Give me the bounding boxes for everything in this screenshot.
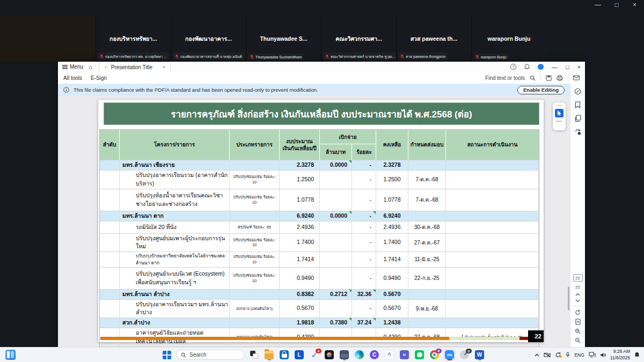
document-tab-title: Presentation Title xyxy=(111,64,152,70)
edge-button[interactable] xyxy=(354,349,365,360)
minimize-button[interactable]: — xyxy=(595,1,601,9)
sync-status-icon[interactable] xyxy=(555,352,561,358)
table-row: สวก.ลำปาง1.98180.738037.241.2438 xyxy=(100,317,539,328)
notification-bell-icon[interactable] xyxy=(634,352,640,358)
participant-tile[interactable]: waraporn Bunjuwaraporn Bunju xyxy=(471,16,546,62)
creative-app-button[interactable] xyxy=(324,349,335,360)
close-button[interactable]: × xyxy=(633,1,636,9)
notifications-bell-icon[interactable] xyxy=(524,64,530,70)
comment-icon[interactable] xyxy=(574,88,581,95)
save-icon[interactable] xyxy=(546,75,552,81)
all-tools-button[interactable]: All tools xyxy=(63,75,82,81)
teams-button[interactable]: ii xyxy=(399,349,410,360)
participant-tile[interactable] xyxy=(0,16,96,62)
quick-tools-widget[interactable]: ••• xyxy=(553,102,566,130)
search-box[interactable]: Search xyxy=(176,350,245,360)
speaker-icon[interactable] xyxy=(600,352,606,358)
menu-label[interactable]: Menu xyxy=(70,64,83,70)
widgets-icon[interactable] xyxy=(5,350,16,360)
menu-icon[interactable] xyxy=(62,65,68,69)
cell: ปรับปรุงซ่อมแซม ร้อยละ: 10 xyxy=(230,189,280,211)
export-convert-icon[interactable] xyxy=(574,128,581,135)
task-view-button[interactable] xyxy=(248,349,260,360)
more-tools-icon[interactable]: ••• xyxy=(556,120,562,122)
start-button[interactable] xyxy=(161,349,172,360)
cell xyxy=(446,290,539,299)
microphone-icon[interactable] xyxy=(566,352,570,358)
cell: ปรับปรุงซ่อมแซม ร้อยละ: 10 xyxy=(230,171,280,189)
cell: 0.5670 xyxy=(376,290,408,299)
drag-handle[interactable] xyxy=(557,105,562,106)
cell xyxy=(100,211,120,221)
participant-tile[interactable]: คณะวิศวกรรมศา...คณะวิศวกรรมศาสตร์ นายชาค… xyxy=(321,16,396,62)
print-icon[interactable] xyxy=(557,75,563,81)
chrome-button[interactable]: P xyxy=(429,349,440,360)
c-app-button[interactable]: C xyxy=(369,349,380,360)
meter-app-button[interactable]: 0 xyxy=(459,349,470,360)
cell: 2.4936 xyxy=(280,221,320,233)
enable-editing-button[interactable]: Enable Editing xyxy=(517,86,565,94)
acrobat-minimize-button[interactable]: — xyxy=(552,64,558,70)
camera-off-icon[interactable] xyxy=(544,352,551,358)
clock[interactable]: 9:26 AM 11/6/2025 xyxy=(610,349,630,360)
cell: 1.7400 xyxy=(280,234,320,252)
wallet-app-icon xyxy=(340,350,349,359)
participant-tile[interactable]: Thunyawadee S...Thunyawadee Sucharidtham xyxy=(246,16,321,62)
fit-page-icon[interactable] xyxy=(575,319,581,325)
cell xyxy=(100,189,120,211)
esign-button[interactable]: E-Sign xyxy=(91,75,107,81)
cell xyxy=(446,252,539,267)
rotate-icon[interactable] xyxy=(575,309,581,315)
word-button[interactable]: W xyxy=(474,349,485,360)
acrobat-maximize-button[interactable]: □ xyxy=(566,64,569,70)
current-page-input[interactable]: 22 xyxy=(573,274,583,282)
search-icon[interactable] xyxy=(530,75,536,81)
line-button[interactable] xyxy=(414,349,425,360)
comment-flag-icon xyxy=(349,160,352,163)
star-icon[interactable]: ☆ xyxy=(104,64,108,70)
tab-close-icon[interactable]: × xyxy=(163,64,165,70)
tray-chevron-up-icon[interactable] xyxy=(535,353,539,357)
next-page-icon[interactable] xyxy=(575,299,580,302)
home-icon[interactable]: ⌂ xyxy=(89,64,92,70)
line-l-app-button[interactable]: L xyxy=(294,349,305,360)
cell xyxy=(100,300,120,318)
file-explorer-button[interactable] xyxy=(264,349,275,360)
bookmark-icon[interactable] xyxy=(575,101,581,108)
comment-flag-icon xyxy=(349,290,352,292)
participant-tile[interactable]: กองพัฒนาอาคาร...กองพัฒนาอาคารสถานที่ นาย… xyxy=(171,16,246,62)
network-display-icon[interactable] xyxy=(589,352,596,358)
pages-icon[interactable] xyxy=(575,115,581,122)
find-label[interactable]: Find text or tools xyxy=(485,75,525,81)
select-tool-button[interactable] xyxy=(555,109,564,117)
word-icon: W xyxy=(475,350,484,359)
progress-segment-orange xyxy=(100,337,449,340)
document-tab[interactable]: ☆ Presentation Title × xyxy=(99,62,171,72)
share-mail-icon[interactable] xyxy=(573,75,580,80)
language-indicator[interactable]: ENG xyxy=(574,352,584,358)
muted-mic-icon xyxy=(400,54,404,59)
zoom-out-icon[interactable] xyxy=(575,337,581,343)
participant-tile[interactable]: กองบริหารทรัพยา...กองบริหารทรัพยากร พล. … xyxy=(96,16,171,62)
maximize-button[interactable]: □ xyxy=(615,1,619,9)
zoom-in-icon[interactable] xyxy=(575,328,581,334)
acrobat-close-button[interactable]: × xyxy=(577,64,581,70)
microsoft-store-button[interactable] xyxy=(279,349,290,360)
cell: 2.4936 xyxy=(376,221,408,233)
vertical-scrollbar[interactable] xyxy=(568,286,569,311)
table-row: รถมินิบัส 20 ที่นั่งครุภัณฑ์ ร้อยละ: 852… xyxy=(100,221,539,233)
cell xyxy=(100,318,120,328)
cell: 2.3278 xyxy=(280,160,320,170)
microsoft-store-icon xyxy=(280,350,289,359)
cell: 0.0000 xyxy=(320,160,352,170)
todo-check-button[interactable]: ✓4 xyxy=(309,349,320,360)
comment-flag-icon xyxy=(373,211,376,214)
clickup-button[interactable]: ^ xyxy=(384,349,395,360)
help-icon[interactable]: ? xyxy=(510,64,516,70)
previous-page-icon[interactable] xyxy=(575,293,580,296)
zoom-app-button[interactable]: zm xyxy=(444,349,455,360)
user-avatar[interactable] xyxy=(538,64,544,70)
wallet-app-button[interactable] xyxy=(339,349,350,360)
participant-tile[interactable]: สวส paweena th...สวส paweena thongpron xyxy=(396,16,471,62)
taskbar-apps: Search L✓4C^iiPzm0W xyxy=(161,349,485,360)
